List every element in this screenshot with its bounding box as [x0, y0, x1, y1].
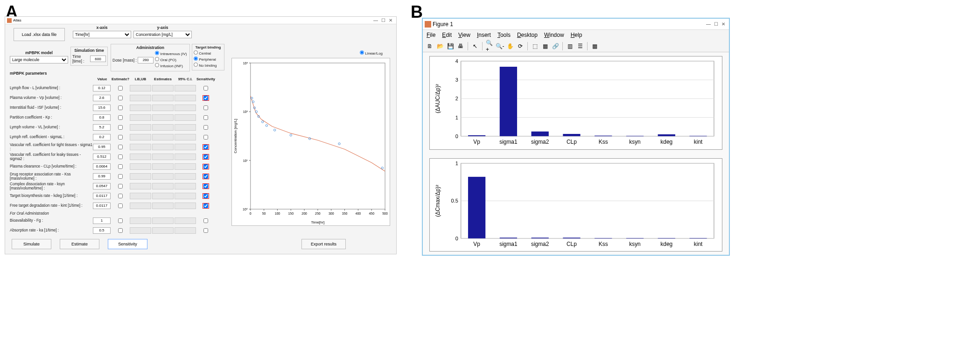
estimate-checkbox[interactable] — [118, 125, 123, 130]
link-icon[interactable]: 🔗 — [551, 42, 560, 50]
lbub-field[interactable] — [130, 95, 151, 101]
maximize-button[interactable]: ☐ — [379, 18, 387, 23]
target-none[interactable]: No binding — [194, 63, 223, 69]
estimate-checkbox[interactable] — [118, 194, 123, 198]
data-cursor-icon[interactable]: ⬚ — [531, 42, 539, 50]
sens-checkbox[interactable] — [203, 96, 208, 100]
pan-icon[interactable]: ✋ — [506, 42, 514, 50]
param-value-input[interactable] — [93, 114, 111, 121]
menu-window[interactable]: Window — [544, 32, 564, 38]
lbub-field[interactable] — [130, 85, 151, 91]
lbub-field[interactable] — [130, 105, 151, 111]
sens-checkbox[interactable] — [203, 203, 208, 208]
sens-checkbox[interactable] — [203, 174, 208, 179]
sens-checkbox[interactable] — [203, 105, 208, 110]
sens-checkbox[interactable] — [203, 145, 208, 149]
rotate-icon[interactable]: ⟳ — [516, 42, 525, 50]
param-value-input[interactable] — [93, 217, 111, 224]
menu-tools[interactable]: Tools — [497, 32, 511, 38]
target-peripheral[interactable]: Peripheral — [194, 56, 223, 63]
estimate-checkbox[interactable] — [118, 135, 123, 140]
xaxis-select[interactable]: Time[hr] — [73, 31, 131, 38]
param-value-input[interactable] — [93, 183, 111, 189]
estimate-checkbox[interactable] — [118, 164, 123, 169]
legend-icon[interactable]: ☰ — [576, 42, 584, 50]
colorbar-icon[interactable]: ▥ — [566, 42, 574, 50]
lbub-field[interactable] — [130, 114, 151, 121]
lbub-field[interactable] — [130, 183, 151, 189]
menu-edit[interactable]: Edit — [442, 32, 452, 38]
menu-file[interactable]: File — [427, 32, 435, 38]
minimize-button[interactable]: — — [372, 18, 379, 23]
new-doc-icon[interactable]: 🗎 — [426, 42, 434, 50]
simtime-input[interactable] — [90, 56, 106, 62]
lbub-field[interactable] — [130, 163, 151, 170]
brush-icon[interactable]: ▦ — [541, 42, 549, 50]
param-value-input[interactable] — [93, 173, 111, 180]
open-icon[interactable]: 📂 — [436, 42, 444, 50]
dose-input[interactable] — [138, 57, 154, 63]
estimate-checkbox[interactable] — [118, 218, 123, 223]
lbub-field[interactable] — [130, 154, 151, 160]
menu-view[interactable]: View — [458, 32, 470, 38]
load-data-button[interactable]: Load .xlsx data file — [14, 28, 65, 41]
param-value-input[interactable] — [93, 227, 111, 234]
estimate-checkbox[interactable] — [118, 154, 123, 159]
sens-checkbox[interactable] — [203, 184, 208, 189]
zoom-in-icon[interactable]: 🔍+ — [485, 42, 494, 50]
estimate-checkbox[interactable] — [118, 184, 123, 189]
lbub-field[interactable] — [130, 193, 151, 199]
chart-toggle[interactable]: Linear/Log — [360, 50, 383, 56]
menu-help[interactable]: Help — [571, 32, 582, 38]
sens-checkbox[interactable] — [203, 218, 208, 223]
export-button[interactable]: Export results — [301, 239, 346, 249]
menu-desktop[interactable]: Desktop — [517, 32, 538, 38]
grid-icon[interactable]: ▦ — [590, 42, 599, 50]
admin-inf[interactable]: Infusion (INF) — [155, 63, 187, 69]
param-value-input[interactable] — [93, 124, 111, 131]
sens-checkbox[interactable] — [203, 194, 208, 198]
param-value-input[interactable] — [93, 105, 111, 111]
param-value-input[interactable] — [93, 154, 111, 160]
param-value-input[interactable] — [93, 85, 111, 91]
lbub-field[interactable] — [130, 217, 151, 224]
sens-checkbox[interactable] — [203, 164, 208, 169]
menu-insert[interactable]: Insert — [477, 32, 491, 38]
admin-po[interactable]: Oral (PO) — [155, 57, 187, 63]
sens-checkbox[interactable] — [203, 86, 208, 91]
estimate-checkbox[interactable] — [118, 96, 123, 100]
sens-checkbox[interactable] — [203, 135, 208, 140]
print-icon[interactable]: 🖶 — [456, 42, 465, 50]
estimate-checkbox[interactable] — [118, 203, 123, 208]
lbub-field[interactable] — [130, 144, 151, 150]
param-value-input[interactable] — [93, 193, 111, 199]
fig1-maximize[interactable]: ☐ — [712, 21, 720, 27]
lbub-field[interactable] — [130, 124, 151, 131]
sens-checkbox[interactable] — [203, 125, 208, 130]
close-button[interactable]: ✕ — [387, 18, 394, 23]
lbub-field[interactable] — [130, 173, 151, 180]
param-value-input[interactable] — [93, 203, 111, 209]
estimate-checkbox[interactable] — [118, 86, 123, 91]
sens-checkbox[interactable] — [203, 154, 208, 159]
estimate-checkbox[interactable] — [118, 115, 123, 120]
lbub-field[interactable] — [130, 227, 151, 234]
zoom-out-icon[interactable]: 🔍- — [496, 42, 504, 50]
param-value-input[interactable] — [93, 95, 111, 101]
simulate-button[interactable]: Simulate — [12, 239, 51, 249]
fig1-close[interactable]: ✕ — [720, 21, 727, 27]
fig1-minimize[interactable]: — — [705, 21, 712, 27]
save-icon[interactable]: 💾 — [446, 42, 455, 50]
admin-iv[interactable]: Intravenous (IV) — [155, 51, 187, 57]
estimate-checkbox[interactable] — [118, 105, 123, 110]
param-value-input[interactable] — [93, 144, 111, 150]
estimate-button[interactable]: Estimate — [60, 239, 99, 249]
sens-checkbox[interactable] — [203, 115, 208, 120]
sensitivity-button[interactable]: Sensitivity — [108, 239, 147, 249]
param-value-input[interactable] — [93, 134, 111, 140]
model-select[interactable]: Large molecule — [10, 56, 68, 63]
sens-checkbox[interactable] — [203, 228, 208, 233]
estimate-checkbox[interactable] — [118, 145, 123, 149]
param-value-input[interactable] — [93, 163, 111, 170]
target-central[interactable]: Central — [194, 50, 223, 56]
